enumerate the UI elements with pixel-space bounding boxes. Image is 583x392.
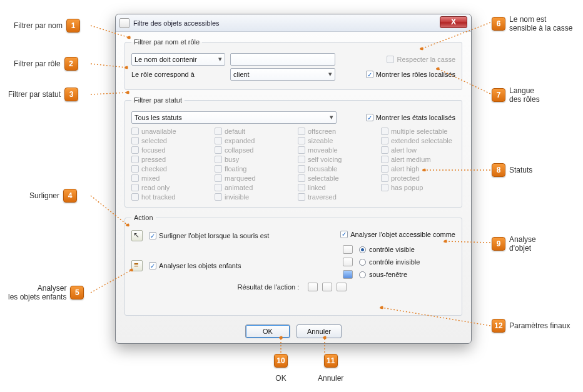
option-icon-invisible <box>343 258 353 266</box>
status-checkbox[interactable]: alert medium <box>381 156 455 163</box>
highlight-label: Surligner l'objet lorsque la souris est <box>159 232 269 239</box>
group-name-role: Filtrer par nom et rôle Le nom doit cont… <box>124 38 462 90</box>
status-checkbox[interactable]: floating <box>215 165 289 173</box>
respect-case-checkbox[interactable]: Respecter la casse <box>387 56 455 63</box>
callout-11: 11 Annuler <box>318 354 343 383</box>
status-checkbox[interactable]: read only <box>131 184 206 191</box>
status-label: selected <box>141 137 167 144</box>
status-checkbox[interactable]: default <box>215 128 289 135</box>
checkbox-box-icon <box>149 232 156 239</box>
status-checkbox[interactable]: animated <box>215 184 289 191</box>
checkbox-box-icon <box>381 165 388 173</box>
status-checkbox[interactable]: unavailable <box>131 128 206 135</box>
cancel-button[interactable]: Annuler <box>297 324 342 338</box>
radio-visible-control[interactable]: contrôle visible <box>359 246 415 253</box>
status-checkbox[interactable]: hot tracked <box>131 193 206 201</box>
checkbox-box-icon <box>381 137 388 144</box>
status-label: extended selectable <box>391 137 452 144</box>
checkbox-box-icon <box>215 128 222 135</box>
radio-subwindow-label: sous-fenêtre <box>369 271 407 278</box>
callout-10-text: OK <box>275 374 286 383</box>
name-mode-combo[interactable]: Le nom doit contenir <box>131 53 225 66</box>
close-button[interactable]: X <box>440 16 467 28</box>
callout-7-text: Langue des rôles <box>509 86 540 104</box>
callout-11-text: Annuler <box>318 374 343 383</box>
status-checkbox[interactable]: offscreen <box>298 128 372 135</box>
callout-7: 7 Langue des rôles <box>492 86 540 104</box>
status-label: sizeable <box>308 137 333 144</box>
status-label: alert medium <box>391 156 431 163</box>
role-value: client <box>233 71 250 78</box>
status-checkbox[interactable]: sizeable <box>298 137 372 144</box>
status-checkbox[interactable]: linked <box>298 184 372 191</box>
titlebar: Filtre des objets accessibles X <box>116 14 471 32</box>
highlight-checkbox[interactable]: Surligner l'objet lorsque la souris est <box>149 232 269 239</box>
checkbox-box-icon <box>381 184 388 191</box>
status-checkbox[interactable]: has popup <box>381 184 455 191</box>
status-label: mixed <box>141 174 160 182</box>
callout-10: 10 OK <box>274 354 288 383</box>
status-label: read only <box>141 184 170 191</box>
status-checkbox[interactable]: pressed <box>131 156 206 163</box>
status-checkbox[interactable]: mixed <box>131 174 206 182</box>
callout-9-bubble: 9 <box>492 237 505 251</box>
radio-dot-icon <box>359 271 366 278</box>
radio-invisible-control[interactable]: contrôle invisible <box>359 258 420 266</box>
analyze-children-icon <box>131 260 143 271</box>
show-localized-roles-label: Montrer les rôles localisés <box>376 71 455 78</box>
respect-case-label: Respecter la casse <box>397 56 455 63</box>
status-checkbox[interactable]: traversed <box>298 193 372 201</box>
status-checkbox[interactable]: self voicing <box>298 156 372 163</box>
status-checkbox[interactable]: focusable <box>298 165 372 173</box>
checkbox-box-icon <box>298 165 305 173</box>
radio-dot-icon <box>359 246 366 253</box>
checkbox-box-icon <box>381 174 388 182</box>
status-checkbox[interactable]: moveable <box>298 146 372 154</box>
status-checkbox[interactable]: marqueed <box>215 174 289 182</box>
analyze-as-checkbox[interactable]: Analyser l'objet accessible comme <box>340 231 455 238</box>
status-checkbox[interactable]: invisible <box>215 193 289 201</box>
status-label: expanded <box>225 137 255 144</box>
status-checkbox[interactable]: extended selectable <box>381 137 455 144</box>
status-label: unavailable <box>141 128 176 135</box>
checkbox-box-icon <box>215 156 222 163</box>
status-label: traversed <box>308 193 337 201</box>
callout-12-text: Paramètres finaux <box>509 321 570 330</box>
checkbox-box-icon <box>298 193 305 201</box>
status-grid: unavailabledefaultoffscreenmultiple sele… <box>131 128 455 201</box>
status-checkbox[interactable]: alert low <box>381 146 455 154</box>
status-checkbox[interactable]: alert high <box>381 165 455 173</box>
cancel-label: Annuler <box>307 328 331 335</box>
status-checkbox[interactable]: checked <box>131 165 206 173</box>
name-value-input[interactable] <box>230 53 335 66</box>
group-action-legend: Action <box>131 214 156 221</box>
radio-subwindow[interactable]: sous-fenêtre <box>359 271 407 278</box>
show-localized-roles-checkbox[interactable]: Montrer les rôles localisés <box>366 71 455 78</box>
checkbox-box-icon <box>381 146 388 154</box>
status-checkbox[interactable]: focused <box>131 146 206 154</box>
checkbox-box-icon <box>215 137 222 144</box>
group-status-legend: Filtrer par statut <box>131 96 185 104</box>
result-icon-1 <box>308 283 318 291</box>
status-checkbox[interactable]: busy <box>215 156 289 163</box>
status-label: default <box>225 128 245 135</box>
status-label: floating <box>225 165 246 173</box>
status-checkbox[interactable]: protected <box>381 174 455 182</box>
option-icon-visible <box>343 245 353 254</box>
status-checkbox[interactable]: collapsed <box>215 146 289 154</box>
status-label: offscreen <box>308 128 336 135</box>
ok-button[interactable]: OK <box>245 324 290 338</box>
checkbox-box-icon <box>131 156 139 163</box>
analyze-children-checkbox[interactable]: Analyser les objets enfants <box>149 262 241 269</box>
status-label: protected <box>391 174 420 182</box>
status-checkbox[interactable]: selectable <box>298 174 372 182</box>
status-checkbox[interactable]: multiple selectable <box>381 128 455 135</box>
status-combo[interactable]: Tous les statuts <box>131 111 337 124</box>
callout-2-bubble: 2 <box>64 57 78 71</box>
status-checkbox[interactable]: expanded <box>215 137 289 144</box>
status-checkbox[interactable]: selected <box>131 137 206 144</box>
status-label: collapsed <box>225 146 253 154</box>
role-combo[interactable]: client <box>230 68 335 81</box>
show-localized-states-checkbox[interactable]: Montrer les états localisés <box>366 114 455 121</box>
group-name-role-legend: Filtrer par nom et rôle <box>131 38 202 46</box>
